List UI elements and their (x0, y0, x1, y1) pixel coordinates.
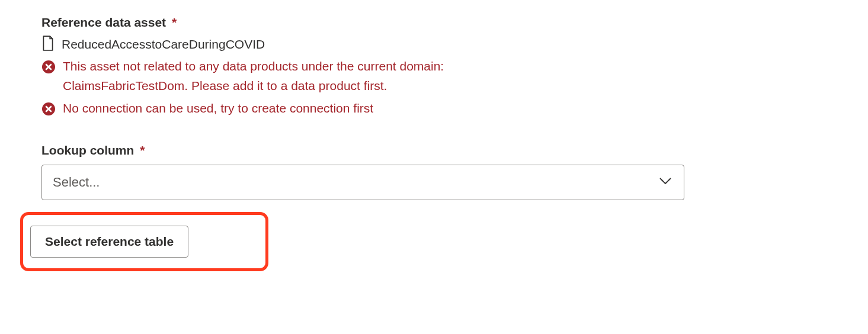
reference-data-asset-label: Reference data asset * (41, 15, 827, 30)
lookup-column-label-text: Lookup column (41, 143, 134, 157)
error-icon (41, 102, 56, 118)
file-icon (41, 36, 55, 53)
asset-row: ReducedAccesstoCareDuringCOVID (41, 36, 827, 53)
error-not-related-text: This asset not related to any data produ… (63, 57, 531, 95)
error-no-connection: No connection can be used, try to create… (41, 99, 827, 118)
lookup-column-placeholder: Select... (53, 175, 100, 190)
required-asterisk: * (172, 15, 177, 29)
asset-name: ReducedAccesstoCareDuringCOVID (62, 37, 265, 52)
error-no-connection-text: No connection can be used, try to create… (63, 99, 373, 118)
error-icon (41, 60, 56, 76)
error-not-related: This asset not related to any data produ… (41, 57, 827, 95)
reference-data-asset-label-text: Reference data asset (41, 15, 166, 29)
highlight-annotation: Select reference table (20, 212, 268, 271)
lookup-column-dropdown[interactable]: Select... (41, 165, 684, 200)
lookup-column-label: Lookup column * (41, 143, 827, 158)
required-asterisk: * (140, 143, 145, 157)
chevron-down-icon (659, 177, 672, 188)
select-reference-table-button[interactable]: Select reference table (30, 226, 188, 258)
